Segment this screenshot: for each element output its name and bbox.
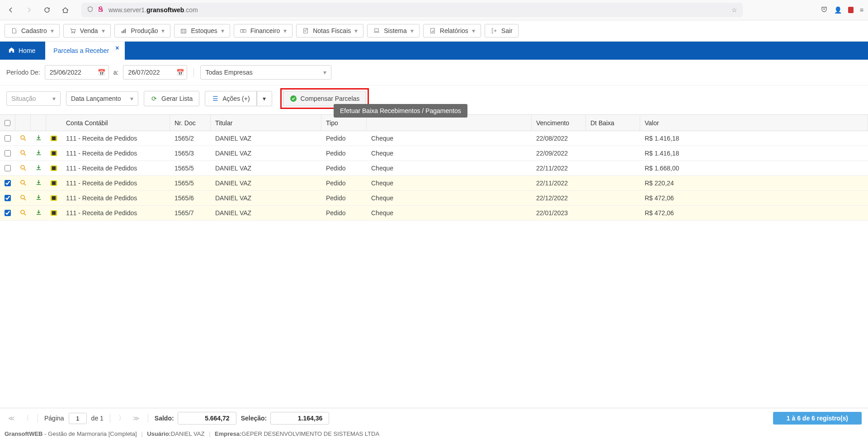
menu-estoques[interactable]: Estoques▾ bbox=[174, 24, 230, 38]
report-icon bbox=[429, 27, 436, 34]
periodo-label: Período De: bbox=[6, 69, 40, 76]
boxes-icon bbox=[180, 27, 187, 34]
acoes-combo[interactable]: ☰ Ações (+) ▾ bbox=[205, 91, 272, 106]
menu-sistema[interactable]: Sistema▾ bbox=[367, 24, 420, 38]
header-checkbox[interactable] bbox=[0, 115, 15, 131]
cell-tipo: Pedido bbox=[321, 191, 367, 205]
url-text: www.server1.gransoftweb.com bbox=[108, 6, 198, 14]
acoes-caret[interactable]: ▾ bbox=[257, 91, 272, 106]
cell-forma: Cheque bbox=[367, 176, 532, 190]
menu-notas fiscais[interactable]: Notas Fiscais▾ bbox=[296, 24, 363, 38]
close-icon[interactable]: × bbox=[115, 44, 119, 52]
tab-bar: Home Parcelas a Receber × bbox=[0, 42, 868, 60]
gerar-lista-button[interactable]: ⟳ Gerar Lista bbox=[144, 91, 199, 106]
empresa-combo[interactable]: Todas Empresas ▾ bbox=[200, 65, 331, 80]
row-checkbox[interactable] bbox=[5, 209, 11, 217]
cell-nrdoc: 1565/6 bbox=[170, 191, 211, 205]
cell-valor: R$ 1.668,00 bbox=[640, 161, 868, 175]
svg-point-14 bbox=[21, 151, 24, 154]
calendar-icon[interactable]: 📅 bbox=[173, 69, 187, 76]
svg-rect-3 bbox=[121, 31, 123, 33]
date-from[interactable]: 📅 bbox=[45, 65, 109, 80]
situacao-combo[interactable]: Situação ▾ bbox=[6, 91, 61, 106]
download-icon[interactable] bbox=[35, 194, 42, 202]
table-row[interactable]: 111 - Receita de Pedidos1565/5DANIEL VAZ… bbox=[0, 161, 868, 176]
account-icon[interactable]: 👤 bbox=[834, 6, 842, 14]
table-row[interactable]: 111 - Receita de Pedidos1565/3DANIEL VAZ… bbox=[0, 146, 868, 161]
table-row[interactable]: 111 - Receita de Pedidos1565/6DANIEL VAZ… bbox=[0, 191, 868, 206]
cell-venc: 22/01/2023 bbox=[532, 206, 586, 220]
magnifier-icon[interactable] bbox=[19, 134, 27, 143]
table-row[interactable]: 111 - Receita de Pedidos1565/5DANIEL VAZ… bbox=[0, 176, 868, 191]
download-icon[interactable] bbox=[35, 164, 42, 172]
col-conta[interactable]: Conta Contábil bbox=[61, 115, 170, 131]
chevron-down-icon: ▾ bbox=[472, 27, 475, 34]
magnifier-icon[interactable] bbox=[19, 164, 27, 173]
table-row[interactable]: 111 - Receita de Pedidos1565/7DANIEL VAZ… bbox=[0, 206, 868, 221]
menu-financeiro[interactable]: Financeiro▾ bbox=[234, 24, 292, 38]
pocket-icon[interactable] bbox=[821, 6, 828, 14]
forward-icon[interactable] bbox=[23, 4, 35, 16]
cell-venc: 22/12/2022 bbox=[532, 191, 586, 205]
row-checkbox[interactable] bbox=[5, 165, 11, 172]
tab-label: Parcelas a Receber bbox=[53, 47, 109, 54]
cell-venc: 22/11/2022 bbox=[532, 176, 586, 190]
cell-baixa bbox=[586, 176, 640, 190]
row-checkbox[interactable] bbox=[5, 194, 11, 202]
url-bar[interactable]: www.server1.gransoftweb.com ☆ bbox=[81, 3, 743, 17]
cell-tipo: Pedido bbox=[321, 176, 367, 190]
reload-icon[interactable] bbox=[41, 4, 53, 16]
menu-venda[interactable]: Venda▾ bbox=[63, 24, 111, 38]
download-icon[interactable] bbox=[35, 209, 42, 217]
acoes-button[interactable]: ☰ Ações (+) bbox=[205, 91, 256, 106]
row-checkbox[interactable] bbox=[5, 150, 11, 157]
home-icon[interactable] bbox=[59, 4, 71, 16]
download-icon[interactable] bbox=[35, 134, 42, 142]
row-checkbox[interactable] bbox=[5, 179, 11, 187]
col-venc[interactable]: Vencimento bbox=[532, 115, 586, 131]
download-icon[interactable] bbox=[35, 149, 42, 157]
menu-sair[interactable]: Sair bbox=[485, 24, 519, 38]
magnifier-icon[interactable] bbox=[19, 179, 27, 188]
cell-titular: DANIEL VAZ bbox=[211, 191, 321, 205]
data-lanc-combo[interactable]: Data Lançamento ▾ bbox=[66, 91, 138, 106]
chevron-down-icon: ▾ bbox=[52, 95, 56, 102]
cell-forma: Cheque bbox=[367, 161, 532, 175]
tab-home[interactable]: Home bbox=[0, 42, 43, 60]
date-to[interactable]: 📅 bbox=[123, 65, 187, 80]
table-row[interactable]: 111 - Receita de Pedidos1565/2DANIEL VAZ… bbox=[0, 131, 868, 146]
date-to-input[interactable] bbox=[123, 69, 173, 76]
magnifier-icon[interactable] bbox=[19, 149, 27, 158]
browser-chrome: www.server1.gransoftweb.com ☆ 👤 ≡ bbox=[0, 0, 868, 20]
col-baixa[interactable]: Dt Baixa bbox=[586, 115, 640, 131]
cell-valor: R$ 220,24 bbox=[640, 176, 868, 190]
back-icon[interactable] bbox=[5, 4, 17, 16]
bookmark-icon[interactable]: ☆ bbox=[731, 6, 737, 14]
menu-cadastro[interactable]: Cadastro▾ bbox=[5, 24, 60, 38]
menu-produção[interactable]: Produção▾ bbox=[114, 24, 171, 38]
col-nrdoc[interactable]: Nr. Doc bbox=[170, 115, 211, 131]
col-valor[interactable]: Valor bbox=[640, 115, 868, 131]
date-from-input[interactable] bbox=[45, 69, 95, 76]
cell-tipo: Pedido bbox=[321, 206, 367, 220]
chevron-down-icon: ▾ bbox=[102, 27, 105, 34]
menu-icon[interactable]: ≡ bbox=[860, 6, 863, 14]
row-checkbox[interactable] bbox=[5, 135, 11, 142]
magnifier-icon[interactable] bbox=[19, 194, 27, 203]
col-titular[interactable]: Titular bbox=[211, 115, 321, 131]
money-icon bbox=[240, 27, 247, 34]
extension-icon[interactable] bbox=[848, 7, 854, 13]
chart-icon bbox=[120, 27, 127, 34]
doc-icon bbox=[302, 27, 309, 34]
cell-tipo: Pedido bbox=[321, 131, 367, 146]
cell-valor: R$ 472,06 bbox=[640, 206, 868, 220]
menu-relatórios[interactable]: Relatórios▾ bbox=[423, 24, 481, 38]
calendar-icon[interactable]: 📅 bbox=[95, 69, 108, 76]
cell-valor: R$ 1.416,18 bbox=[640, 131, 868, 146]
magnifier-icon[interactable] bbox=[19, 209, 27, 217]
download-icon[interactable] bbox=[35, 179, 42, 187]
acoes-label: Ações (+) bbox=[222, 95, 250, 102]
cell-nrdoc: 1565/5 bbox=[170, 176, 211, 190]
tab-parcelas[interactable]: Parcelas a Receber × bbox=[45, 42, 124, 60]
situacao-value: Situação bbox=[11, 95, 36, 102]
